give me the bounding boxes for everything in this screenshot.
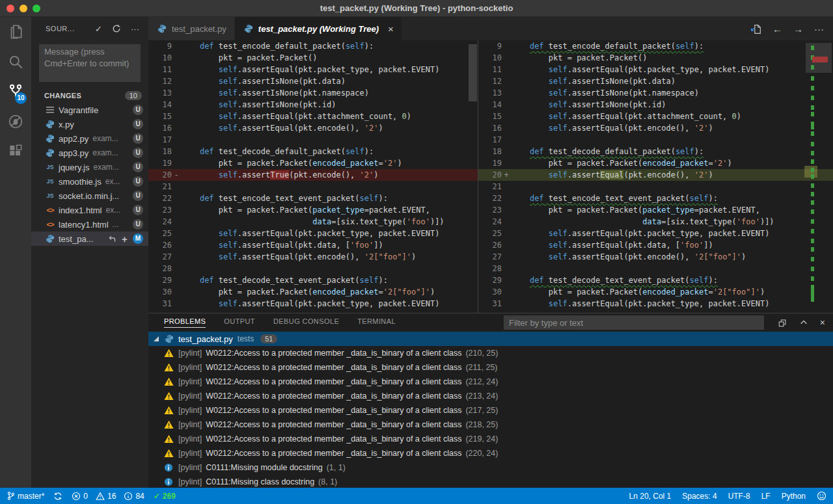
tab-test-packet-py[interactable]: test_packet.py <box>148 17 235 40</box>
close-window-button[interactable] <box>7 5 14 12</box>
code-line-31[interactable]: 31 self.assertEqual(pkt.packet_type, pac… <box>478 298 833 310</box>
code-line-29[interactable]: 29 def test_decode_text_event_packet(sel… <box>148 274 478 286</box>
problem-item[interactable]: [pylint]W0212:Access to a protected memb… <box>148 403 833 418</box>
problem-item[interactable]: [pylint]W0212:Access to a protected memb… <box>148 389 833 403</box>
code-line-24[interactable]: 24 data=[six.text_type('foo')]) <box>478 216 833 228</box>
problem-item[interactable]: [pylint]C0111:Missing module docstring(1… <box>148 460 833 475</box>
feedback-smiley-icon[interactable] <box>817 491 826 501</box>
sidebar-item-extensions[interactable] <box>0 137 31 166</box>
git-branch-indicator[interactable]: master* <box>7 491 44 501</box>
more-editor-actions-icon[interactable]: ··· <box>814 23 824 34</box>
code-line-22[interactable]: 22 def test_encode_text_event_packet(sel… <box>478 192 833 204</box>
file-item-index1-html[interactable]: <>index1.htmlex...U <box>31 203 148 217</box>
problems-summary[interactable]: 0 16 84 <box>72 492 144 501</box>
problems-file-group[interactable]: test_packet.py tests 51 <box>148 332 833 346</box>
problem-item[interactable]: [pylint]W0212:Access to a protected memb… <box>148 375 833 389</box>
zoom-window-button[interactable] <box>33 5 40 12</box>
code-line-19[interactable]: 19 pkt = packet.Packet(encoded_packet='2… <box>478 157 833 169</box>
tab-test-packet-py-working-tree[interactable]: test_packet.py (Working Tree) × <box>235 17 402 40</box>
sync-indicator[interactable] <box>53 492 62 501</box>
navigate-back-icon[interactable]: ← <box>772 23 782 34</box>
file-item-vagrantfile[interactable]: VagrantfileU <box>31 103 148 117</box>
discard-changes-icon[interactable] <box>108 235 116 243</box>
tab-output[interactable]: OUTPUT <box>224 317 255 328</box>
code-line-19[interactable]: 19 pkt = packet.Packet(encoded_packet='2… <box>148 157 478 169</box>
code-line-11[interactable]: 11 self.assertEqual(pkt.packet_type, pac… <box>478 64 833 75</box>
problem-item[interactable]: [pylint]W0212:Access to a protected memb… <box>148 418 833 432</box>
problem-item[interactable]: [pylint]C0111:Missing class docstring(8,… <box>148 475 833 489</box>
open-file-icon[interactable] <box>750 23 761 34</box>
code-line-14[interactable]: 14 self.assertIsNone(pkt.id) <box>478 99 833 111</box>
eol-indicator[interactable]: LF <box>761 492 771 501</box>
code-line-11[interactable]: 11 self.assertEqual(pkt.packet_type, pac… <box>148 64 478 75</box>
sidebar-item-search[interactable] <box>0 47 31 77</box>
code-line-18[interactable]: 18 def test_decode_default_packet(self): <box>478 146 833 157</box>
code-line-25[interactable]: 25 self.assertEqual(pkt.packet_type, pac… <box>148 228 478 239</box>
code-line-29[interactable]: 29 def test_decode_text_event_packet(sel… <box>478 274 833 286</box>
code-line-12[interactable]: 12 self.assertIsNone(pkt.data) <box>148 75 478 87</box>
code-line-27[interactable]: 27 self.assertEqual(pkt.encode(), '2["fo… <box>478 251 833 263</box>
code-line-20[interactable]: 20+ self.assertEqual(pkt.encode(), '2') <box>478 169 833 181</box>
commit-check-icon[interactable]: ✓ <box>95 25 102 33</box>
problem-item[interactable]: [pylint]W0212:Access to a protected memb… <box>148 360 833 375</box>
chevron-up-icon[interactable] <box>799 318 808 327</box>
code-line-21[interactable]: 21 <box>148 181 478 192</box>
code-line-15[interactable]: 15 self.assertEqual(pkt.attachment_count… <box>478 111 833 122</box>
code-line-14[interactable]: 14 self.assertIsNone(pkt.id) <box>148 99 478 111</box>
code-line-15[interactable]: 15 self.assertEqual(pkt.attachment_count… <box>148 111 478 122</box>
code-line-31[interactable]: 31 self.assertEqual(pkt.packet_type, pac… <box>148 298 478 310</box>
navigate-forward-icon[interactable]: → <box>793 23 803 34</box>
file-item-smoothie-js[interactable]: JSsmoothie.jsex...U <box>31 174 148 189</box>
code-line-30[interactable]: 30 pkt = packet.Packet(encoded_packet='2… <box>478 286 833 298</box>
code-line-28[interactable]: 28 <box>148 263 478 274</box>
problems-filter-input[interactable] <box>504 315 764 330</box>
code-line-10[interactable]: 10 pkt = packet.Packet() <box>148 52 478 64</box>
file-item-latency1-html[interactable]: <>latency1.html...U <box>31 217 148 232</box>
more-actions-icon[interactable]: ··· <box>131 25 139 33</box>
sidebar-item-explorer[interactable] <box>0 17 31 47</box>
file-item-test-pa[interactable]: test_pa...+M <box>31 232 148 246</box>
file-item-app3-py[interactable]: app3.pyexam...U <box>31 146 148 160</box>
refresh-icon[interactable] <box>112 24 121 33</box>
file-item-socket-io-min-j[interactable]: JSsocket.io.min.j...U <box>31 189 148 203</box>
encoding-indicator[interactable]: UTF-8 <box>728 492 750 501</box>
close-panel-icon[interactable]: × <box>820 317 825 328</box>
file-item-app2-py[interactable]: app2.pyexam...U <box>31 131 148 146</box>
code-line-23[interactable]: 23 pkt = packet.Packet(packet_type=packe… <box>148 204 478 216</box>
checks-passing-indicator[interactable]: ✓ 269 <box>154 492 176 501</box>
close-tab-icon[interactable]: × <box>388 23 394 34</box>
code-line-13[interactable]: 13 self.assertIsNone(pkt.namespace) <box>148 87 478 99</box>
maximize-panel-icon[interactable] <box>778 318 787 328</box>
code-line-23[interactable]: 23 pkt = packet.Packet(packet_type=packe… <box>478 204 833 216</box>
minimize-window-button[interactable] <box>20 5 27 12</box>
file-item-jquery-js[interactable]: JSjquery.jsexam...U <box>31 160 148 174</box>
collapse-twistie-icon[interactable] <box>154 336 159 341</box>
code-line-17[interactable]: 17 <box>148 134 478 146</box>
code-line-26[interactable]: 26 self.assertEqual(pkt.data, ['foo']) <box>478 239 833 251</box>
code-line-20[interactable]: 20- self.assertTrue(pkt.encode(), '2') <box>148 169 478 181</box>
file-item-x-py[interactable]: x.pyU <box>31 117 148 131</box>
stage-changes-icon[interactable]: + <box>122 234 128 244</box>
code-line-28[interactable]: 28 <box>478 263 833 274</box>
tab-terminal[interactable]: TERMINAL <box>357 317 396 328</box>
code-line-18[interactable]: 18 def test_decode_default_packet(self): <box>148 146 478 157</box>
sidebar-item-source-control[interactable]: 10 <box>0 77 31 107</box>
commit-message-input[interactable] <box>39 44 141 82</box>
code-line-22[interactable]: 22 def test_encode_text_event_packet(sel… <box>148 192 478 204</box>
code-line-17[interactable]: 17 <box>478 134 833 146</box>
code-line-21[interactable]: 21 <box>478 181 833 192</box>
code-line-16[interactable]: 16 self.assertEqual(pkt.encode(), '2') <box>148 122 478 134</box>
problem-item[interactable]: [pylint]W0212:Access to a protected memb… <box>148 432 833 446</box>
code-line-9[interactable]: 9 def test_encode_default_packet(self): <box>148 40 478 52</box>
tab-problems[interactable]: PROBLEMS <box>164 317 206 328</box>
changes-section-header[interactable]: CHANGES 10 <box>31 88 148 103</box>
problem-item[interactable]: [pylint]W0212:Access to a protected memb… <box>148 346 833 360</box>
code-line-24[interactable]: 24 data=[six.text_type('foo')]) <box>148 216 478 228</box>
code-line-26[interactable]: 26 self.assertEqual(pkt.data, ['foo']) <box>148 239 478 251</box>
code-line-13[interactable]: 13 self.assertIsNone(pkt.namespace) <box>478 87 833 99</box>
tab-debug-console[interactable]: DEBUG CONSOLE <box>273 317 339 328</box>
language-mode-indicator[interactable]: Python <box>782 492 806 501</box>
overview-ruler[interactable] <box>804 40 833 313</box>
left-pane-scrollbar[interactable] <box>469 44 477 101</box>
problem-item[interactable]: [pylint]W0212:Access to a protected memb… <box>148 446 833 460</box>
